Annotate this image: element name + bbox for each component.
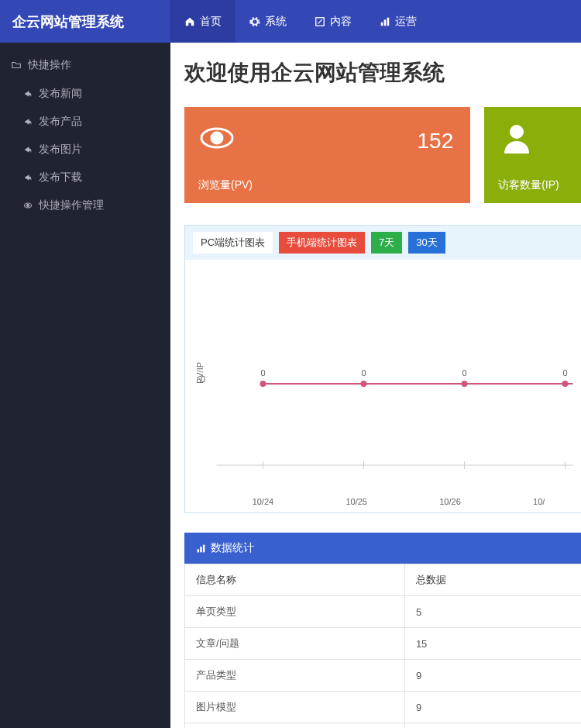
cell-name: 单页类型 [185, 596, 405, 628]
sidebar-item-label: 发布产品 [39, 115, 82, 129]
tab-7d[interactable]: 7天 [371, 232, 402, 254]
share-icon [23, 145, 33, 154]
stats-title: 数据统计 [211, 541, 254, 555]
sidebar-item-image[interactable]: 发布图片 [0, 136, 170, 164]
stats-table: 信息名称 总数据 单页类型5 文章/问题15 产品类型9 图片模型9 下载模型1 [184, 564, 581, 728]
sidebar-item-label: 快捷操作管理 [39, 198, 104, 212]
edit-icon [315, 16, 325, 27]
tab-mobile[interactable]: 手机端统计图表 [279, 232, 365, 254]
svg-rect-23 [198, 549, 199, 552]
xlabel: 10/ [533, 497, 545, 506]
xlabel: 10/24 [253, 497, 274, 506]
chart-icon [196, 543, 206, 554]
svg-rect-3 [387, 17, 390, 26]
cell-name: 文章/问题 [185, 628, 405, 660]
svg-point-10 [260, 381, 266, 387]
svg-point-5 [27, 205, 29, 207]
sidebar-item-label: 发布图片 [39, 143, 82, 157]
stats-panel: 数据统计 信息名称 总数据 单页类型5 文章/问题15 产品类型9 图片模型9 … [184, 533, 581, 728]
cell-name: 产品类型 [185, 660, 405, 692]
card-pv[interactable]: 152 浏览量(PV) [184, 107, 470, 203]
chart-area: PV/IP 0 0 0 0 0 [185, 260, 581, 492]
cell-value: 9 [404, 660, 581, 692]
col-name: 信息名称 [185, 564, 405, 596]
svg-rect-2 [384, 19, 387, 26]
stats-header: 数据统计 [184, 533, 581, 564]
sidebar-group-quick[interactable]: 快捷操作 [0, 50, 170, 80]
chart-svg: 0 0 0 0 [216, 267, 573, 469]
stat-cards: 152 浏览量(PV) 访客数量(IP) [184, 107, 581, 203]
topnav: 首页 系统 内容 运营 [170, 0, 431, 43]
card-ip[interactable]: 访客数量(IP) [484, 107, 581, 203]
nav-home[interactable]: 首页 [170, 0, 235, 43]
svg-text:0: 0 [260, 368, 265, 378]
cell-name: 下载模型 [185, 723, 405, 729]
sidebar-item-label: 发布下载 [39, 171, 82, 185]
page-title: 欢迎使用企云网站管理系统 [184, 58, 581, 88]
svg-rect-25 [203, 544, 205, 552]
chart-xlabels: 10/24 10/25 10/26 10/ [185, 492, 581, 512]
card-ip-label: 访客数量(IP) [498, 178, 567, 192]
xlabel: 10/25 [346, 497, 367, 506]
sidebar-group-label: 快捷操作 [28, 58, 71, 72]
brand-title: 企云网站管理系统 [0, 0, 170, 43]
cell-value: 15 [404, 628, 581, 660]
tab-pc[interactable]: PC端统计图表 [193, 232, 273, 254]
table-header-row: 信息名称 总数据 [185, 564, 582, 596]
svg-point-11 [361, 381, 367, 387]
svg-text:0: 0 [462, 368, 466, 378]
home-icon [184, 16, 195, 27]
table-row: 下载模型1 [185, 723, 582, 729]
tab-30d[interactable]: 30天 [408, 232, 445, 254]
sidebar-item-download[interactable]: 发布下载 [0, 164, 170, 191]
table-row: 图片模型9 [185, 692, 582, 723]
nav-content-label: 内容 [330, 15, 352, 29]
topbar: 企云网站管理系统 首页 系统 内容 运营 [0, 0, 581, 43]
cell-value: 9 [404, 692, 581, 723]
cell-value: 5 [404, 596, 581, 628]
sidebar-item-manage[interactable]: 快捷操作管理 [0, 191, 170, 219]
sidebar-item-product[interactable]: 发布产品 [0, 108, 170, 136]
sidebar-item-news[interactable]: 发布新闻 [0, 80, 170, 108]
svg-text:0: 0 [361, 368, 366, 378]
cog-icon [249, 16, 260, 27]
card-pv-value: 152 [417, 129, 453, 154]
xlabel: 10/26 [439, 497, 461, 506]
nav-home-label: 首页 [200, 15, 222, 29]
table-row: 产品类型9 [185, 660, 582, 692]
sidebar-item-label: 发布新闻 [39, 87, 82, 101]
eye-icon [23, 201, 33, 210]
chart-ytick: 0 [201, 374, 205, 384]
share-icon [23, 89, 33, 98]
nav-system[interactable]: 系统 [235, 0, 301, 43]
table-row: 单页类型5 [185, 596, 582, 628]
svg-rect-1 [381, 22, 383, 25]
nav-content[interactable]: 内容 [301, 0, 366, 43]
svg-point-12 [462, 381, 468, 387]
sidebar: 快捷操作 发布新闻 发布产品 发布图片 发布下载 快捷操作管理 [0, 43, 170, 728]
col-total: 总数据 [404, 564, 581, 596]
svg-text:0: 0 [562, 368, 567, 378]
main-content: 欢迎使用企云网站管理系统 152 浏览量(PV) 访客数量(IP) PC端统计图… [170, 43, 581, 728]
chart-tabs: PC端统计图表 手机端统计图表 7天 30天 [185, 226, 581, 260]
svg-point-8 [510, 125, 524, 139]
share-icon [23, 173, 33, 182]
chart-panel: PC端统计图表 手机端统计图表 7天 30天 PV/IP 0 0 0 0 0 [184, 225, 581, 513]
nav-system-label: 系统 [265, 15, 287, 29]
table-row: 文章/问题15 [185, 628, 582, 660]
folder-icon [11, 60, 22, 71]
svg-point-13 [562, 381, 569, 387]
chart-icon [380, 16, 390, 27]
share-icon [23, 117, 33, 126]
nav-operation[interactable]: 运营 [366, 0, 431, 43]
cell-name: 图片模型 [185, 692, 405, 723]
svg-point-7 [211, 133, 222, 143]
user-icon [498, 119, 535, 157]
card-pv-label: 浏览量(PV) [198, 178, 456, 192]
eye-icon [198, 119, 235, 157]
cell-value: 1 [404, 723, 581, 729]
svg-rect-24 [200, 547, 201, 552]
nav-operation-label: 运营 [395, 15, 417, 29]
